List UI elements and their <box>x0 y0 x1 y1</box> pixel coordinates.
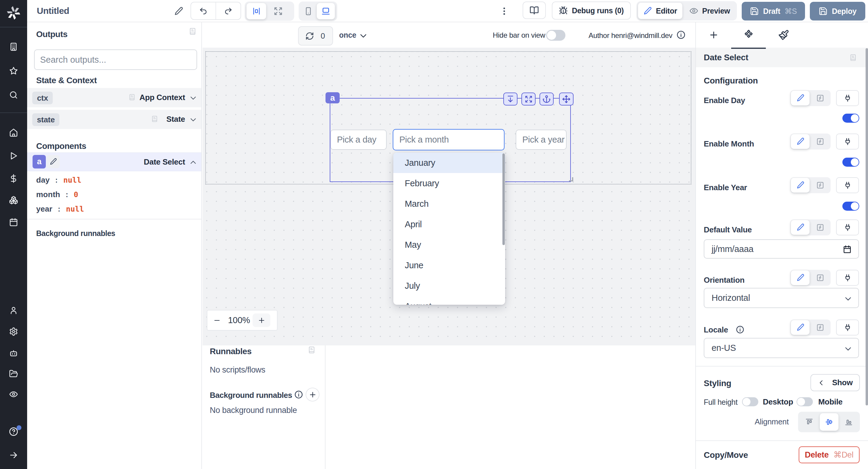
user-icon[interactable] <box>0 302 27 319</box>
editor-tab[interactable]: Editor <box>638 3 682 19</box>
state-row[interactable]: state State <box>27 110 201 129</box>
default-value-function-button[interactable] <box>809 223 831 231</box>
resources-icon[interactable] <box>0 191 27 209</box>
refresh-count-button[interactable]: 0 <box>298 26 333 45</box>
undo-button[interactable] <box>191 2 216 19</box>
redo-button[interactable] <box>216 2 241 19</box>
search-icon[interactable] <box>0 86 27 104</box>
frequency-chevron-icon[interactable] <box>359 31 368 40</box>
expand-component-button[interactable] <box>521 93 535 105</box>
debug-runs-button[interactable]: Debug runs (0) <box>552 1 631 20</box>
enable-month-connect-button[interactable] <box>836 133 859 150</box>
enable-day-toggle[interactable] <box>842 114 859 123</box>
windmill-logo[interactable] <box>0 3 27 22</box>
enable-year-pencil-button[interactable] <box>791 178 809 193</box>
zoom-in-button[interactable] <box>253 313 270 327</box>
locale-pencil-button[interactable] <box>791 320 809 335</box>
desktop-mobile-toggle[interactable] <box>797 397 813 406</box>
day-select-input[interactable]: Pick a day <box>330 130 387 150</box>
deploy-button[interactable]: Deploy <box>810 2 865 21</box>
locale-select[interactable]: en-US <box>704 338 859 358</box>
rename-pencil-icon[interactable] <box>171 4 186 19</box>
hide-bar-toggle[interactable] <box>546 30 565 41</box>
month-option[interactable]: May <box>393 234 505 255</box>
align-center-button[interactable] <box>820 413 838 431</box>
show-styling-button[interactable]: Show <box>810 374 860 391</box>
resize-handle[interactable] <box>569 177 573 182</box>
outputs-doc-icon[interactable] <box>189 27 196 35</box>
orientation-connect-button[interactable] <box>836 270 859 286</box>
enable-month-function-button[interactable] <box>809 137 831 146</box>
default-value-connect-button[interactable] <box>836 219 859 236</box>
more-menu-icon[interactable] <box>497 4 512 19</box>
orientation-pencil-button[interactable] <box>791 270 809 285</box>
anchor-component-button[interactable] <box>539 93 554 105</box>
year-select-input[interactable]: Pick a year <box>516 130 567 150</box>
add-bg-runnable-button[interactable] <box>306 387 319 402</box>
author-info-icon[interactable] <box>676 30 686 39</box>
bounded-width-button[interactable] <box>247 3 266 19</box>
component-edit-icon[interactable] <box>47 155 60 168</box>
locale-info-icon[interactable] <box>736 325 744 334</box>
desktop-view-button[interactable] <box>317 3 335 19</box>
folders-icon[interactable] <box>0 365 27 383</box>
month-option[interactable]: April <box>393 214 505 234</box>
fill-height-button[interactable] <box>503 93 518 105</box>
app-canvas[interactable]: a Pick a day Pick a month Pick a year Ja… <box>203 48 695 345</box>
enable-year-toggle[interactable] <box>842 201 859 211</box>
app-title[interactable]: Untitled <box>37 6 69 16</box>
state-chevron-icon[interactable] <box>189 116 197 124</box>
styling-tab[interactable] <box>766 22 801 48</box>
enable-day-connect-button[interactable] <box>836 90 859 106</box>
help-icon[interactable] <box>0 423 27 441</box>
enable-day-pencil-button[interactable] <box>791 91 809 105</box>
schedules-icon[interactable] <box>0 213 27 231</box>
component-doc-icon[interactable] <box>849 54 857 61</box>
workers-icon[interactable] <box>0 344 27 362</box>
month-option[interactable]: August <box>393 296 505 305</box>
full-width-button[interactable] <box>266 3 290 19</box>
bg-runnables-info-icon[interactable] <box>294 390 303 399</box>
search-outputs-input[interactable] <box>34 50 197 70</box>
zoom-out-button[interactable] <box>207 316 227 324</box>
delete-button[interactable]: Delete ⌘Del <box>799 446 860 463</box>
enable-year-connect-button[interactable] <box>836 177 859 193</box>
enable-month-pencil-button[interactable] <box>791 134 809 149</box>
locale-connect-button[interactable] <box>836 319 859 336</box>
month-select-input[interactable]: Pick a month <box>393 129 504 150</box>
workspace-icon[interactable] <box>0 38 27 56</box>
month-option[interactable]: June <box>393 255 505 276</box>
orientation-function-button[interactable] <box>809 274 831 282</box>
enable-month-toggle[interactable] <box>842 158 859 167</box>
align-bottom-button[interactable] <box>839 413 858 431</box>
month-option-selected[interactable]: January <box>393 153 505 173</box>
insert-component-tab[interactable] <box>696 22 731 48</box>
move-component-button[interactable] <box>559 93 574 105</box>
docs-button[interactable] <box>523 1 546 19</box>
favorites-icon[interactable] <box>0 62 27 80</box>
audit-eye-icon[interactable] <box>0 385 27 403</box>
preview-tab[interactable]: Preview <box>682 3 737 19</box>
component-row[interactable]: a Date Select <box>27 153 201 171</box>
component-chevron-up-icon[interactable] <box>189 159 197 166</box>
component-settings-tab[interactable] <box>731 22 766 48</box>
mobile-view-button[interactable] <box>300 3 317 19</box>
selected-component-badge[interactable]: a <box>326 92 340 103</box>
collapse-arrow-icon[interactable] <box>0 446 27 464</box>
runnables-doc-icon[interactable] <box>308 346 315 354</box>
dropdown-scrollbar[interactable] <box>502 153 505 245</box>
calendar-icon[interactable] <box>843 245 852 254</box>
draft-button[interactable]: Draft ⌘S <box>742 2 805 21</box>
settings-icon[interactable] <box>0 322 27 341</box>
home-icon[interactable] <box>0 124 27 142</box>
align-top-button[interactable] <box>800 413 818 431</box>
full-height-toggle[interactable] <box>742 397 758 406</box>
ctx-row[interactable]: ctx App Context <box>27 88 201 107</box>
default-value-date-input[interactable]: jj/mm/aaaa <box>704 239 859 259</box>
locale-function-button[interactable] <box>809 323 831 332</box>
month-option[interactable]: July <box>393 276 505 296</box>
default-value-pencil-button[interactable] <box>791 220 809 235</box>
ctx-chevron-icon[interactable] <box>189 94 197 102</box>
enable-year-function-button[interactable] <box>809 181 831 189</box>
frequency-dropdown[interactable]: once <box>339 31 356 39</box>
